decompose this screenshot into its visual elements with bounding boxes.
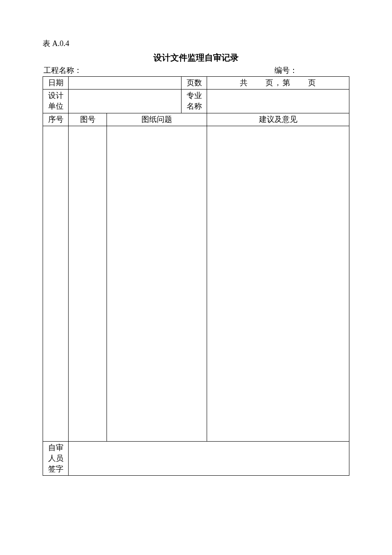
header-suggestion: 建议及意见 — [207, 113, 349, 126]
code-label: 编号： — [274, 66, 297, 75]
table-row: 日期 页数 共 页，第 页 — [43, 77, 349, 90]
pages-label-cell: 页数 — [182, 77, 207, 90]
date-label-cell: 日期 — [43, 77, 69, 90]
date-value-cell — [69, 77, 182, 90]
design-unit-label-cell: 设计 单位 — [43, 90, 69, 113]
pages-value-cell: 共 页，第 页 — [207, 77, 349, 90]
body-drawing-no-cell — [69, 126, 107, 441]
table-row: 自审 人员 签字 — [43, 441, 349, 476]
sign-value-cell — [69, 441, 349, 476]
table-row — [43, 126, 349, 441]
project-name-label: 工程名称： — [43, 66, 82, 75]
body-drawing-issue-cell — [107, 126, 207, 441]
header-drawing-no: 图号 — [69, 113, 107, 126]
document-title: 设计文件监理自审记录 — [43, 52, 349, 64]
table-row: 序号 图号 图纸问题 建议及意见 — [43, 113, 349, 126]
specialty-value-cell — [207, 90, 349, 113]
meta-row: 工程名称： 编号： — [43, 65, 349, 76]
header-drawing-issue: 图纸问题 — [107, 113, 207, 126]
project-name-field: 工程名称： — [43, 65, 82, 75]
table-row: 设计 单位 专业 名称 — [43, 90, 349, 113]
body-seq-cell — [43, 126, 69, 441]
sign-label-cell: 自审 人员 签字 — [43, 441, 69, 476]
table-number: 表 A.0.4 — [43, 38, 349, 49]
design-unit-value-cell — [69, 90, 182, 113]
form-table: 日期 页数 共 页，第 页 设计 单位 专业 名称 序号 图号 图纸问题 建议及… — [43, 76, 349, 476]
header-seq: 序号 — [43, 113, 69, 126]
code-field: 编号： — [274, 65, 349, 75]
body-suggestion-cell — [207, 126, 349, 441]
specialty-label-cell: 专业 名称 — [182, 90, 207, 113]
